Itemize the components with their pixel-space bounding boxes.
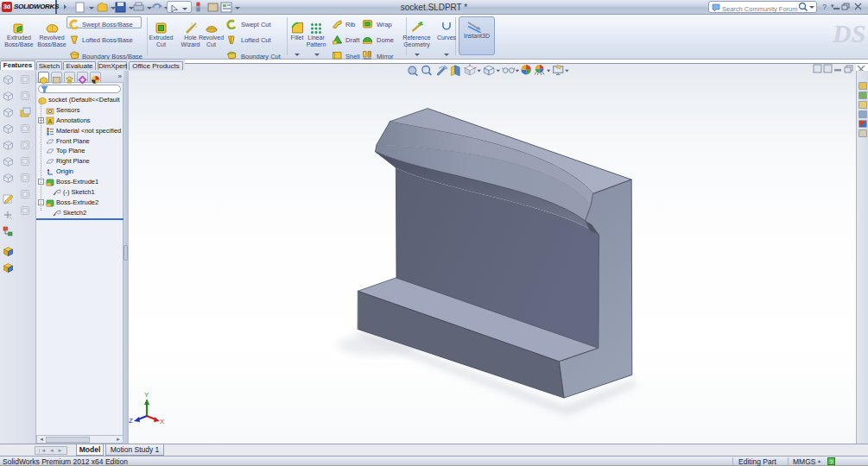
svg-text:A: A xyxy=(48,118,53,124)
svg-text:X: X xyxy=(160,418,165,425)
svg-text:Y: Y xyxy=(144,391,149,399)
svg-text:Z: Z xyxy=(129,417,133,425)
